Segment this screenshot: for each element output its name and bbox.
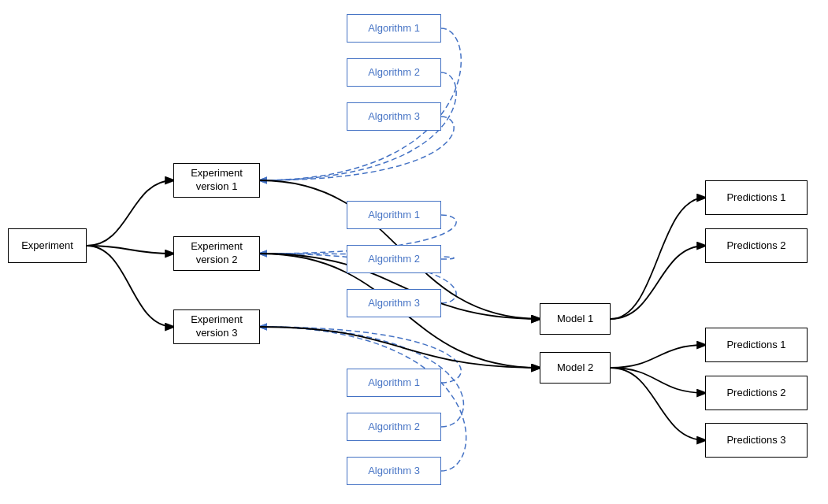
experiment-label: Experiment: [21, 239, 73, 253]
exp-v2-label: Experimentversion 2: [191, 240, 243, 267]
model1-label: Model 1: [557, 313, 593, 326]
pred1-m2-node: Predictions 1: [705, 328, 808, 362]
alg2-g2-label: Algorithm 2: [368, 253, 420, 266]
alg3-g1-node: Algorithm 3: [347, 102, 441, 131]
alg3-g2-label: Algorithm 3: [368, 297, 420, 310]
model1-node: Model 1: [540, 303, 611, 335]
exp-v1-label: Experimentversion 1: [191, 167, 243, 194]
alg1-g1-label: Algorithm 1: [368, 22, 420, 35]
exp-v2-node: Experimentversion 2: [173, 236, 260, 271]
alg1-g3-node: Algorithm 1: [347, 369, 441, 397]
model2-node: Model 2: [540, 352, 611, 384]
alg2-g1-node: Algorithm 2: [347, 58, 441, 87]
alg2-g3-node: Algorithm 2: [347, 413, 441, 441]
alg3-g3-node: Algorithm 3: [347, 457, 441, 485]
model2-label: Model 2: [557, 361, 593, 375]
pred2-m1-node: Predictions 2: [705, 228, 808, 263]
alg1-g2-label: Algorithm 1: [368, 209, 420, 222]
experiment-node: Experiment: [8, 228, 87, 263]
pred2-m2-label: Predictions 2: [726, 387, 785, 400]
pred3-m2-node: Predictions 3: [705, 423, 808, 458]
pred2-m2-node: Predictions 2: [705, 376, 808, 410]
pred1-m2-label: Predictions 1: [726, 339, 785, 352]
alg2-g3-label: Algorithm 2: [368, 421, 420, 434]
alg3-g3-label: Algorithm 3: [368, 465, 420, 478]
alg3-g2-node: Algorithm 3: [347, 289, 441, 317]
exp-v1-node: Experimentversion 1: [173, 163, 260, 198]
alg2-g2-node: Algorithm 2: [347, 245, 441, 273]
alg1-g1-node: Algorithm 1: [347, 14, 441, 43]
pred1-m1-label: Predictions 1: [726, 191, 785, 205]
alg1-g2-node: Algorithm 1: [347, 201, 441, 229]
pred3-m2-label: Predictions 3: [726, 434, 785, 447]
pred2-m1-label: Predictions 2: [726, 239, 785, 253]
exp-v3-node: Experimentversion 3: [173, 309, 260, 344]
pred1-m1-node: Predictions 1: [705, 180, 808, 215]
alg3-g1-label: Algorithm 3: [368, 110, 420, 124]
exp-v3-label: Experimentversion 3: [191, 313, 243, 340]
alg2-g1-label: Algorithm 2: [368, 66, 420, 80]
alg1-g3-label: Algorithm 1: [368, 376, 420, 390]
